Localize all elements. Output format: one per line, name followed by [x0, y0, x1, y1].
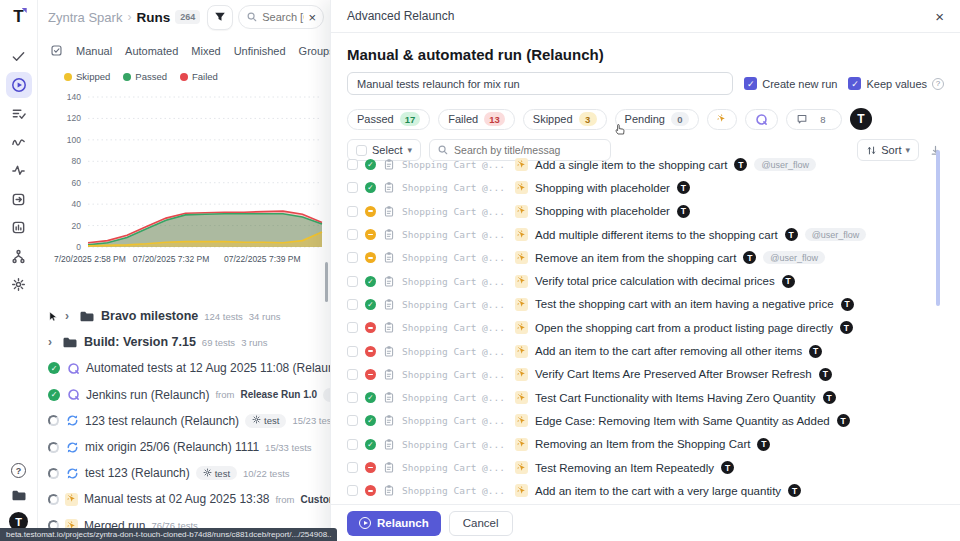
row-checkbox[interactable] [347, 252, 358, 263]
reports-icon [11, 220, 26, 235]
row-checkbox[interactable] [347, 392, 358, 403]
row-checkbox[interactable] [347, 229, 358, 240]
test-list-scrollbar[interactable] [936, 150, 940, 306]
chevron-right-icon[interactable]: › [48, 335, 56, 349]
test-group: Shopping Cart @... [402, 299, 508, 310]
test-row[interactable]: Shopping Cart @...Add an item to the car… [347, 339, 948, 362]
app-logo[interactable]: T [13, 8, 23, 25]
run-title-input[interactable] [347, 72, 733, 95]
row-checkbox[interactable] [347, 182, 358, 193]
row-checkbox[interactable] [347, 159, 358, 170]
runs-search[interactable]: × [238, 5, 324, 29]
automated-icon [755, 113, 768, 126]
tab-mixed[interactable]: Mixed [191, 45, 220, 57]
rail-item-test-plans[interactable] [6, 101, 32, 127]
create-new-run-checkbox[interactable]: ✓ Create new run [744, 77, 837, 90]
test-row[interactable]: ✓Shopping Cart @...Test Cart Functionali… [347, 386, 948, 409]
row-checkbox[interactable] [347, 206, 358, 217]
chip-skipped[interactable]: Skipped3 [523, 109, 607, 130]
owner-avatar: T [788, 484, 801, 497]
test-row[interactable]: ✓Shopping Cart @...Removing an Item from… [347, 433, 948, 456]
rail-item-pulse[interactable] [6, 129, 32, 155]
rail-item-analytics[interactable] [6, 158, 32, 184]
folder-title: Build: Version 7.15 [84, 335, 196, 349]
rail-item-branches[interactable] [6, 243, 32, 269]
filter-button[interactable] [207, 5, 233, 30]
test-group: Shopping Cart @... [402, 206, 508, 217]
svg-text:20: 20 [72, 221, 82, 231]
run-list-folder[interactable]: ›Bravo milestone124 tests34 runs [38, 303, 330, 329]
row-checkbox[interactable] [347, 485, 358, 496]
run-list-item[interactable]: ✓Jenkins run (Relaunch)fromRelease Run 1… [38, 382, 330, 408]
owner-avatar: T [743, 251, 756, 264]
test-group: Shopping Cart @... [402, 392, 508, 403]
status-filter-chips: Passed17Failed13Skipped3Pending08T [347, 108, 944, 130]
chevron-right-icon[interactable]: › [65, 309, 73, 323]
run-list-item[interactable]: test 123 (Relaunch)test10/22 tests [38, 460, 330, 486]
test-row[interactable]: ✓Shopping Cart @...Add a single item to … [347, 153, 948, 176]
row-checkbox[interactable] [347, 299, 358, 310]
row-checkbox[interactable] [347, 369, 358, 380]
test-title: Add multiple different items to the shop… [535, 229, 778, 241]
projects-icon[interactable] [11, 487, 27, 503]
relaunch-button[interactable]: Relaunch [347, 511, 441, 536]
rail-item-tests[interactable] [6, 44, 32, 70]
test-row[interactable]: Shopping Cart @...Shopping with placehol… [347, 200, 948, 223]
chart-legend: SkippedPassedFailed [64, 71, 218, 82]
row-checkbox[interactable] [347, 415, 358, 426]
chip-failed[interactable]: Failed13 [438, 109, 515, 130]
row-checkbox[interactable] [347, 276, 358, 287]
clear-search-icon[interactable]: × [308, 11, 316, 24]
manual-test-icon [515, 275, 528, 288]
run-list-item[interactable]: 123 test relaunch (Relaunch)test15/23 te… [38, 408, 330, 434]
run-list-item[interactable]: mix origin 25/06 (Relaunch) 111115/33 te… [38, 434, 330, 460]
chip-automated-filter[interactable] [745, 109, 778, 130]
chip-count: 13 [484, 112, 505, 126]
test-row[interactable]: Shopping Cart @...Remove an item from th… [347, 246, 948, 269]
test-row[interactable]: Shopping Cart @...Add multiple different… [347, 223, 948, 246]
assignee-avatar[interactable]: T [850, 108, 872, 130]
test-row[interactable]: Shopping Cart @...Add an item to the car… [347, 479, 948, 502]
tab-manual[interactable]: Manual [76, 45, 112, 57]
row-checkbox[interactable] [347, 462, 358, 473]
test-row[interactable]: Shopping Cart @...Open the shopping cart… [347, 316, 948, 339]
row-checkbox[interactable] [347, 346, 358, 357]
row-checkbox[interactable] [347, 439, 358, 450]
row-checkbox[interactable] [347, 322, 358, 333]
svg-text:7/20/2025 2:58 PM: 7/20/2025 2:58 PM [54, 254, 126, 264]
test-row[interactable]: ✓Shopping Cart @...Verify total price ca… [347, 269, 948, 292]
clipboard-icon [383, 205, 395, 218]
breadcrumb-project[interactable]: Zyntra Spark [48, 10, 122, 25]
tab-unfinished[interactable]: Unfinished [234, 45, 286, 57]
tab-automated[interactable]: Automated [125, 45, 178, 57]
gear-icon [252, 415, 261, 426]
close-icon[interactable]: × [935, 9, 944, 24]
rail-item-runs[interactable] [6, 72, 32, 98]
run-list-item[interactable]: Manual tests at 02 Aug 2025 13:38fromCus… [38, 486, 330, 512]
help-icon[interactable]: ? [932, 78, 944, 90]
tab-groups[interactable]: Groups [299, 45, 330, 57]
user-flow-tag: @user_flow [805, 228, 867, 241]
help-icon[interactable]: ? [11, 463, 26, 478]
keep-values-checkbox[interactable]: ✓ Keep values ? [848, 77, 944, 90]
test-row[interactable]: Shopping Cart @...Test Removing an Item … [347, 456, 948, 479]
test-row[interactable]: Shopping Cart @...Verify Cart Items Are … [347, 363, 948, 386]
in-progress-status-icon [48, 442, 59, 453]
chip-passed[interactable]: Passed17 [347, 109, 430, 130]
clipboard-icon [383, 158, 395, 171]
panel-scrollbar[interactable] [325, 262, 328, 302]
chip-comments-filter[interactable]: 8 [786, 109, 842, 130]
test-row[interactable]: ✓Shopping Cart @...Edge Case: Removing I… [347, 409, 948, 432]
run-list-item[interactable]: ✓Automated tests at 12 Aug 2025 11:08 (R… [38, 355, 330, 381]
cancel-button[interactable]: Cancel [449, 511, 513, 536]
rail-item-reports[interactable] [6, 215, 32, 241]
runs-search-input[interactable] [262, 11, 304, 23]
test-row[interactable]: ✓Shopping Cart @...Shopping with placeho… [347, 176, 948, 199]
rail-item-settings[interactable] [6, 272, 32, 298]
runs-header: Zyntra Spark › Runs 264 × [38, 0, 330, 34]
chip-manual-filter[interactable] [707, 109, 737, 130]
chip-pending[interactable]: Pending0 [615, 109, 699, 130]
test-row[interactable]: ✓Shopping Cart @...Test the shopping car… [347, 293, 948, 316]
run-list-folder[interactable]: ›Build: Version 7.1569 tests3 runs [38, 329, 330, 355]
rail-item-import[interactable] [6, 186, 32, 212]
